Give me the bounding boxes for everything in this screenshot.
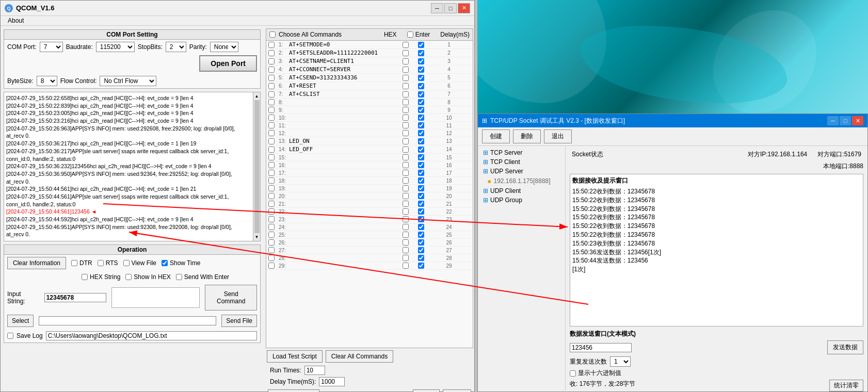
cmd-24-hex[interactable] <box>403 224 409 230</box>
save-log-checkbox[interactable] <box>7 333 13 339</box>
cmd-4-enter[interactable] <box>418 67 424 73</box>
cmd-12-cb[interactable] <box>268 130 275 136</box>
cmd-4-hex[interactable] <box>403 67 409 73</box>
cmd-14-enter[interactable] <box>418 146 424 153</box>
cmd-29-hex[interactable] <box>403 263 409 269</box>
stopbits-select[interactable]: 2 <box>166 42 186 52</box>
cmd-28-enter[interactable] <box>418 255 424 261</box>
command-textarea[interactable] <box>111 287 200 308</box>
tcp-delete-button[interactable]: 删除 <box>513 129 541 143</box>
cmd-16-hex[interactable] <box>403 162 409 168</box>
cmd-27-cb[interactable] <box>268 247 275 253</box>
cmd-8-enter[interactable] <box>418 99 424 105</box>
show-time-checkbox[interactable] <box>162 260 168 266</box>
tcp-server-item[interactable]: ⊞ TCP Server <box>480 148 563 157</box>
udp-connected-item[interactable]: ● 192.168.1.175[8888] <box>480 176 563 186</box>
tcp-create-button[interactable]: 创建 <box>482 129 510 143</box>
cmd-5-checkbox[interactable] <box>268 75 275 81</box>
cmd-10-hex[interactable] <box>403 115 409 121</box>
hex-all-checkbox[interactable] <box>407 31 413 38</box>
open-port-button[interactable]: Open Port <box>199 55 257 72</box>
scroll-down-arrow[interactable]: ▼ <box>255 234 259 240</box>
cmd-18-cb[interactable] <box>268 177 275 184</box>
cmd-16-cb[interactable] <box>268 162 275 168</box>
cmd-15-cb[interactable] <box>268 154 275 160</box>
cmd-6-enter[interactable] <box>418 83 424 89</box>
menu-about[interactable]: About <box>5 16 27 25</box>
cmd-1-hex[interactable] <box>403 42 409 48</box>
log-path-field[interactable]: C:\Users\laowang\Desktop\QCOM_LOG.txt <box>46 331 257 340</box>
cmd-23-cb[interactable] <box>268 216 275 222</box>
flowcontrol-select[interactable]: No Ctrl Flow <box>100 76 156 86</box>
maximize-button[interactable]: □ <box>444 3 457 13</box>
cmd-27-hex[interactable] <box>403 247 409 253</box>
cmd-17-cb[interactable] <box>268 170 275 176</box>
tcp-close-button[interactable]: ✕ <box>852 116 863 125</box>
udp-server-item[interactable]: ⊞ UDP Server <box>480 167 563 176</box>
cmd-12-enter[interactable] <box>418 130 424 136</box>
cmd-20-hex[interactable] <box>403 193 409 199</box>
run-times-input[interactable] <box>304 366 325 375</box>
stop-button[interactable]: Stop <box>443 389 471 392</box>
cmd-15-enter[interactable] <box>418 154 424 160</box>
cmd-22-enter[interactable] <box>418 208 424 215</box>
tcp-minimize-button[interactable]: ─ <box>827 116 839 125</box>
tcp-exit-button[interactable]: 退出 <box>544 129 572 143</box>
show-in-hex-checkbox[interactable] <box>125 274 132 280</box>
cmd-9-hex[interactable] <box>403 107 409 113</box>
cmd-20-cb[interactable] <box>268 193 275 199</box>
cmd-2-hex[interactable] <box>403 50 409 56</box>
bytesize-select[interactable]: 8 <box>37 76 57 86</box>
file-path-field[interactable] <box>39 316 216 325</box>
cmd-22-cb[interactable] <box>268 208 275 215</box>
cmd-17-enter[interactable] <box>418 170 424 176</box>
cmd-29-enter[interactable] <box>418 263 424 269</box>
cmd-21-cb[interactable] <box>268 201 275 207</box>
cmd-5-hex[interactable] <box>403 75 409 81</box>
clear-all-button[interactable]: Clear All Commands <box>326 350 393 363</box>
cmd-16-enter[interactable] <box>418 162 424 168</box>
tcp-maximize-button[interactable]: □ <box>840 116 851 125</box>
cmd-24-enter[interactable] <box>418 224 424 230</box>
cmd-17-hex[interactable] <box>403 170 409 176</box>
cmd-12-hex[interactable] <box>403 130 409 136</box>
udp-client-item[interactable]: ⊞ UDP Client <box>480 186 563 195</box>
cmd-7-checkbox[interactable] <box>268 91 275 97</box>
log-scrollbar[interactable]: ▲ ▼ <box>253 92 260 241</box>
cmd-6-checkbox[interactable] <box>268 83 275 89</box>
cmd-14-hex[interactable] <box>403 146 409 153</box>
cmd-8-cb[interactable] <box>268 99 275 105</box>
send-text-field[interactable]: 123456 <box>570 343 632 352</box>
cmd-18-hex[interactable] <box>403 177 409 184</box>
cmd-10-cb[interactable] <box>268 115 275 121</box>
cmd-8-hex[interactable] <box>403 99 409 105</box>
save-script-button[interactable]: Save As Script <box>268 389 319 392</box>
cmd-6-hex[interactable] <box>403 83 409 89</box>
view-file-checkbox[interactable] <box>123 260 130 266</box>
send-data-button[interactable]: 发送数据 <box>827 340 863 354</box>
cmd-11-hex[interactable] <box>403 122 409 128</box>
cmd-21-hex[interactable] <box>403 201 409 207</box>
input-string-field[interactable]: 12345678 <box>44 293 106 302</box>
cmd-13-cb[interactable] <box>268 138 275 144</box>
clear-info-button[interactable]: Clear Information <box>7 257 66 269</box>
delay-time-input[interactable] <box>319 377 345 386</box>
cmd-13-enter[interactable] <box>418 138 424 144</box>
load-script-button[interactable]: Load Test Script <box>267 350 323 363</box>
run-button[interactable]: Run <box>413 389 440 392</box>
cmd-29-cb[interactable] <box>268 263 275 269</box>
cmd-18-enter[interactable] <box>418 177 424 184</box>
cmd-11-enter[interactable] <box>418 122 424 128</box>
cmd-2-enter[interactable] <box>418 50 424 56</box>
cmd-28-hex[interactable] <box>403 255 409 261</box>
cmd-7-hex[interactable] <box>403 91 409 97</box>
cmd-20-enter[interactable] <box>418 193 424 199</box>
cmd-7-enter[interactable] <box>418 91 424 97</box>
cmd-4-checkbox[interactable] <box>268 67 275 73</box>
cmd-25-hex[interactable] <box>403 232 409 238</box>
cmd-2-checkbox[interactable] <box>268 50 275 56</box>
select-file-button[interactable]: Select <box>7 315 34 327</box>
cmd-23-enter[interactable] <box>418 216 424 222</box>
cmd-23-hex[interactable] <box>403 216 409 222</box>
cmd-9-enter[interactable] <box>418 107 424 113</box>
